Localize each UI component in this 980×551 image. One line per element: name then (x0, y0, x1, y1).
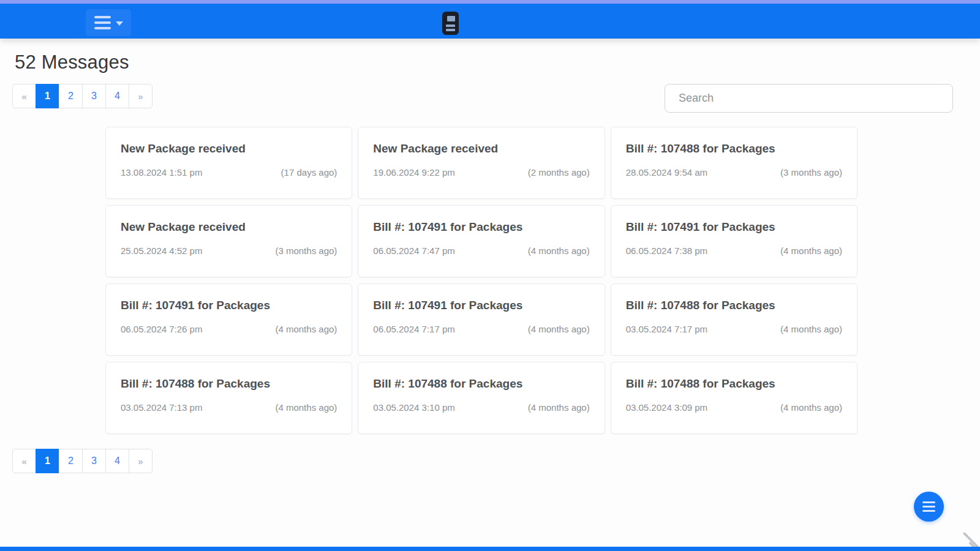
message-datetime: 06.05.2024 7:17 pm (373, 324, 454, 334)
pagination-top: «1234» (12, 84, 153, 108)
page-prev-button[interactable]: « (12, 449, 36, 473)
message-title: Bill #: 107488 for Packages (626, 377, 842, 391)
message-datetime: 03.05.2024 3:10 pm (373, 402, 454, 413)
page-button-4[interactable]: 4 (105, 84, 129, 108)
message-age: (17 days ago) (281, 167, 337, 178)
page-button-1[interactable]: 1 (36, 449, 59, 473)
message-card[interactable]: Bill #: 107488 for Packages 03.05.2024 7… (105, 362, 352, 434)
message-card[interactable]: Bill #: 107491 for Packages 06.05.2024 7… (105, 283, 352, 356)
message-meta: 06.05.2024 7:47 pm (4 months ago) (373, 246, 589, 256)
chevron-down-icon (116, 21, 123, 26)
message-meta: 19.06.2024 9:22 pm (2 months ago) (373, 167, 589, 178)
message-datetime: 03.05.2024 3:09 pm (626, 402, 707, 413)
floating-menu-button[interactable] (914, 492, 944, 522)
search-input[interactable] (665, 84, 953, 113)
nav-menu-button[interactable] (86, 9, 131, 36)
page-button-2[interactable]: 2 (59, 449, 83, 473)
message-title: New Package received (121, 142, 337, 156)
page-prev-button[interactable]: « (12, 84, 36, 108)
page-next-button[interactable]: » (129, 84, 153, 108)
message-age: (4 months ago) (780, 402, 842, 413)
message-title: Bill #: 107491 for Packages (373, 220, 589, 234)
message-age: (4 months ago) (275, 402, 337, 413)
message-card[interactable]: Bill #: 107488 for Packages 03.05.2024 3… (611, 362, 858, 434)
message-age: (4 months ago) (528, 324, 590, 334)
page-title: 52 Messages (15, 51, 129, 73)
message-card[interactable]: Bill #: 107488 for Packages 03.05.2024 3… (358, 362, 605, 434)
message-title: Bill #: 107491 for Packages (373, 299, 589, 313)
message-meta: 06.05.2024 7:17 pm (4 months ago) (373, 324, 589, 334)
message-title: Bill #: 107488 for Packages (121, 377, 337, 391)
hamburger-icon (94, 16, 111, 29)
page-button-2[interactable]: 2 (59, 84, 83, 108)
message-title: New Package received (121, 220, 337, 234)
list-menu-icon (922, 501, 935, 512)
page-button-3[interactable]: 3 (82, 84, 106, 108)
message-card[interactable]: Bill #: 107488 for Packages 03.05.2024 7… (611, 283, 858, 356)
message-card[interactable]: Bill #: 107491 for Packages 06.05.2024 7… (611, 205, 858, 277)
message-title: New Package received (373, 142, 589, 156)
message-datetime: 06.05.2024 7:38 pm (626, 246, 707, 256)
message-age: (4 months ago) (528, 246, 590, 256)
app-logo-icon (442, 12, 459, 35)
message-meta: 25.05.2024 4:52 pm (3 months ago) (121, 246, 337, 256)
message-datetime: 19.06.2024 9:22 pm (373, 167, 454, 178)
message-datetime: 06.05.2024 7:47 pm (373, 246, 454, 256)
message-title: Bill #: 107488 for Packages (626, 299, 842, 313)
message-datetime: 06.05.2024 7:26 pm (121, 324, 202, 334)
message-meta: 06.05.2024 7:38 pm (4 months ago) (626, 246, 842, 256)
message-card[interactable]: Bill #: 107491 for Packages 06.05.2024 7… (358, 205, 605, 277)
message-meta: 06.05.2024 7:26 pm (4 months ago) (121, 324, 337, 334)
message-datetime: 13.08.2024 1:51 pm (121, 167, 202, 178)
message-datetime: 03.05.2024 7:17 pm (626, 324, 707, 334)
messages-grid: New Package received 13.08.2024 1:51 pm … (105, 127, 858, 434)
message-card[interactable]: Bill #: 107488 for Packages 28.05.2024 9… (611, 127, 858, 199)
message-age: (4 months ago) (780, 246, 842, 256)
message-meta: 03.05.2024 3:10 pm (4 months ago) (373, 402, 589, 413)
message-datetime: 25.05.2024 4:52 pm (121, 246, 202, 256)
page-next-button[interactable]: » (129, 449, 153, 473)
message-age: (4 months ago) (780, 324, 842, 334)
page-button-3[interactable]: 3 (82, 449, 106, 473)
footer-bar (0, 547, 980, 551)
top-navbar (0, 4, 980, 39)
message-datetime: 28.05.2024 9:54 am (626, 167, 707, 178)
pagination-bottom: «1234» (12, 449, 153, 473)
message-card[interactable]: Bill #: 107491 for Packages 06.05.2024 7… (358, 283, 605, 356)
message-meta: 28.05.2024 9:54 am (3 months ago) (626, 167, 842, 178)
message-card[interactable]: New Package received 19.06.2024 9:22 pm … (358, 127, 605, 199)
message-title: Bill #: 107488 for Packages (373, 377, 589, 391)
message-card[interactable]: New Package received 13.08.2024 1:51 pm … (105, 127, 352, 199)
message-age: (2 months ago) (528, 167, 590, 178)
message-title: Bill #: 107491 for Packages (121, 299, 337, 313)
message-title: Bill #: 107491 for Packages (626, 220, 842, 234)
message-title: Bill #: 107488 for Packages (626, 142, 842, 156)
message-meta: 03.05.2024 3:09 pm (4 months ago) (626, 402, 842, 413)
page-button-4[interactable]: 4 (105, 449, 129, 473)
message-meta: 03.05.2024 7:13 pm (4 months ago) (121, 402, 337, 413)
message-datetime: 03.05.2024 7:13 pm (121, 402, 202, 413)
message-age: (4 months ago) (528, 402, 590, 413)
message-age: (3 months ago) (275, 246, 337, 256)
message-age: (4 months ago) (275, 324, 337, 334)
message-card[interactable]: New Package received 25.05.2024 4:52 pm … (105, 205, 352, 277)
page-button-1[interactable]: 1 (36, 84, 59, 108)
message-meta: 03.05.2024 7:17 pm (4 months ago) (626, 324, 842, 334)
messages-page: 52 Messages «1234» New Package received … (0, 0, 980, 551)
message-meta: 13.08.2024 1:51 pm (17 days ago) (121, 167, 337, 178)
message-age: (3 months ago) (780, 167, 842, 178)
